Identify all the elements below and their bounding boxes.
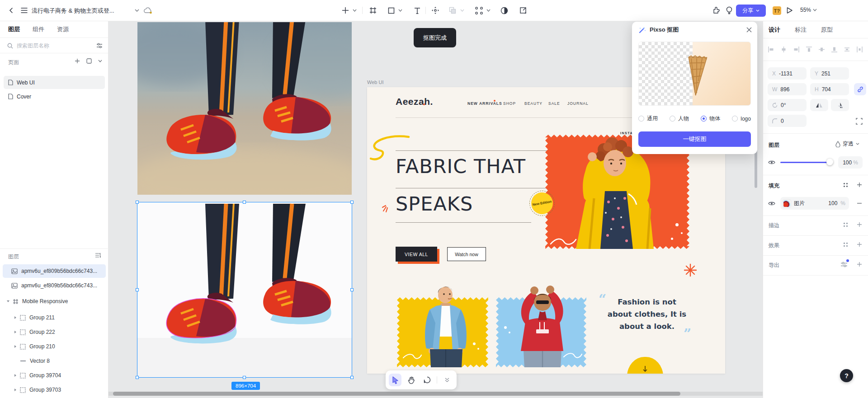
boolean-dropdown-icon[interactable] — [459, 5, 465, 15]
add-page-icon[interactable] — [72, 56, 82, 66]
expand-arrow-icon[interactable] — [14, 374, 16, 377]
title-dropdown-icon[interactable] — [132, 5, 142, 15]
page-item-web-ui[interactable]: Web UI — [4, 76, 105, 89]
flip-horizontal-button[interactable] — [810, 99, 828, 111]
nav-beauty[interactable]: BEAUTY — [524, 101, 542, 106]
fill-visibility-eye-icon[interactable] — [768, 199, 776, 207]
align-left-icon[interactable] — [767, 45, 775, 53]
expand-arrow-icon[interactable] — [14, 316, 16, 319]
share-button[interactable]: 分享 — [736, 5, 766, 17]
collapse-arrow-icon[interactable] — [7, 300, 9, 302]
layer-item-mobile-responsive[interactable]: Mobile Responsive — [3, 295, 106, 308]
comment-tool-button[interactable] — [421, 374, 434, 386]
distribute-v-icon[interactable] — [855, 45, 863, 53]
frame-label[interactable]: Web UI — [367, 80, 383, 85]
nav-journal[interactable]: JOURNAL — [567, 101, 589, 106]
add-effect-icon[interactable] — [855, 240, 863, 248]
boolean-tool-icon[interactable] — [448, 5, 458, 15]
sneaker-image-original[interactable] — [137, 22, 352, 195]
effects-style-library-icon[interactable] — [841, 240, 849, 248]
view-all-button[interactable]: VIEW ALL — [396, 247, 437, 262]
page-collection-icon[interactable] — [84, 56, 94, 66]
horizontal-scrollbar-thumb[interactable] — [113, 392, 680, 396]
shape-tool-icon[interactable] — [386, 5, 396, 15]
opacity-field[interactable]: 100 % — [838, 156, 863, 169]
sneaker-image-cutout[interactable] — [137, 202, 352, 377]
insert-plus-icon[interactable] — [340, 5, 350, 15]
align-bottom-icon[interactable] — [830, 45, 838, 53]
cloud-sync-icon[interactable] — [143, 5, 153, 15]
layer-item-group-39703[interactable]: Group 39703 — [3, 383, 106, 397]
tab-annotate[interactable]: 标注 — [795, 26, 807, 34]
add-stroke-icon[interactable] — [855, 220, 863, 229]
x-position-field[interactable]: X -1131 — [768, 67, 807, 80]
insert-dropdown-icon[interactable] — [352, 5, 357, 15]
present-play-icon[interactable] — [784, 5, 794, 15]
plugins-icon[interactable] — [712, 5, 722, 15]
main-menu-icon[interactable] — [19, 5, 29, 15]
pages-collapse-icon[interactable] — [95, 56, 105, 66]
zoom-control[interactable]: 55% — [800, 7, 817, 13]
tab-resources[interactable]: 资源 — [57, 25, 69, 33]
frame-tool-icon[interactable] — [368, 5, 378, 15]
shape-dropdown-icon[interactable] — [397, 5, 403, 15]
search-input[interactable] — [17, 42, 93, 49]
select-tool-button[interactable] — [389, 374, 401, 386]
layer-sort-icon[interactable] — [93, 250, 103, 260]
tab-components[interactable]: 组件 — [33, 25, 44, 33]
component-tool-icon[interactable] — [474, 5, 484, 15]
cutout-option-object[interactable]: 物体 — [701, 115, 720, 122]
export-settings-icon[interactable] — [840, 260, 848, 268]
page-item-cover[interactable]: Cover — [4, 90, 105, 103]
add-export-icon[interactable] — [855, 260, 863, 268]
component-dropdown-icon[interactable] — [486, 5, 491, 15]
align-h-center-icon[interactable] — [779, 45, 788, 53]
rotation-field[interactable]: 0° — [768, 99, 807, 111]
blend-mode-select[interactable]: 穿透 — [835, 140, 859, 148]
opacity-slider-knob[interactable] — [826, 159, 833, 165]
layer-item-vector-8[interactable]: Vector 8 — [3, 354, 106, 368]
slice-tool-icon[interactable] — [518, 5, 528, 15]
layer-item-group-210[interactable]: Group 210 — [3, 340, 106, 353]
close-icon[interactable] — [746, 27, 752, 33]
inspiration-bulb-icon[interactable] — [724, 5, 734, 15]
expand-arrow-icon[interactable] — [14, 345, 16, 348]
distribute-h-icon[interactable] — [843, 45, 851, 53]
layer-visibility-eye-icon[interactable] — [768, 158, 776, 166]
layer-item-group-222[interactable]: Group 222 — [3, 325, 106, 339]
tab-design[interactable]: 设计 — [769, 26, 780, 34]
fill-style-library-icon[interactable] — [841, 181, 849, 189]
align-right-icon[interactable] — [792, 45, 800, 53]
stroke-style-library-icon[interactable] — [841, 220, 849, 229]
hand-tool-button[interactable] — [405, 374, 418, 386]
back-icon[interactable] — [6, 5, 16, 15]
one-click-cutout-button[interactable]: 一键抠图 — [638, 131, 751, 147]
height-field[interactable]: H 704 — [810, 83, 849, 95]
layer-item-image-1[interactable]: apmv6u_ef809b56bdc66c743... — [3, 264, 106, 278]
align-top-icon[interactable] — [805, 45, 813, 53]
opacity-slider-track[interactable] — [780, 162, 830, 163]
layer-item-group-39704[interactable]: Group 39704 — [3, 369, 106, 382]
align-v-center-icon[interactable] — [817, 45, 826, 53]
flip-vertical-button[interactable] — [831, 99, 849, 111]
remove-fill-icon[interactable] — [855, 199, 863, 207]
cutout-option-person[interactable]: 人物 — [670, 115, 689, 122]
corner-radius-field[interactable]: 0 — [768, 115, 807, 127]
collapse-toolbar-button[interactable] — [441, 374, 453, 386]
nav-new-arrivals[interactable]: NEW ARRIVALS — [467, 101, 502, 106]
fill-image-thumbnail[interactable] — [783, 200, 791, 207]
expand-arrow-icon[interactable] — [14, 389, 16, 391]
mask-tool-icon[interactable] — [499, 5, 509, 15]
tab-layers[interactable]: 图层 — [8, 25, 20, 33]
cutout-option-general[interactable]: 通用 — [638, 115, 658, 122]
text-tool-icon[interactable] — [412, 5, 422, 15]
tab-prototype[interactable]: 原型 — [821, 26, 833, 34]
move-tool-icon[interactable] — [430, 5, 440, 15]
layer-item-group-211[interactable]: Group 211 — [3, 311, 106, 324]
independent-corners-icon[interactable] — [855, 117, 863, 125]
filter-icon[interactable] — [96, 43, 103, 48]
layer-item-image-2[interactable]: apmv6u_ef809b56bdc66c743... — [3, 279, 106, 292]
y-position-field[interactable]: Y 251 — [810, 67, 849, 80]
width-field[interactable]: W 896 — [768, 83, 807, 95]
help-button[interactable]: ? — [840, 369, 853, 382]
